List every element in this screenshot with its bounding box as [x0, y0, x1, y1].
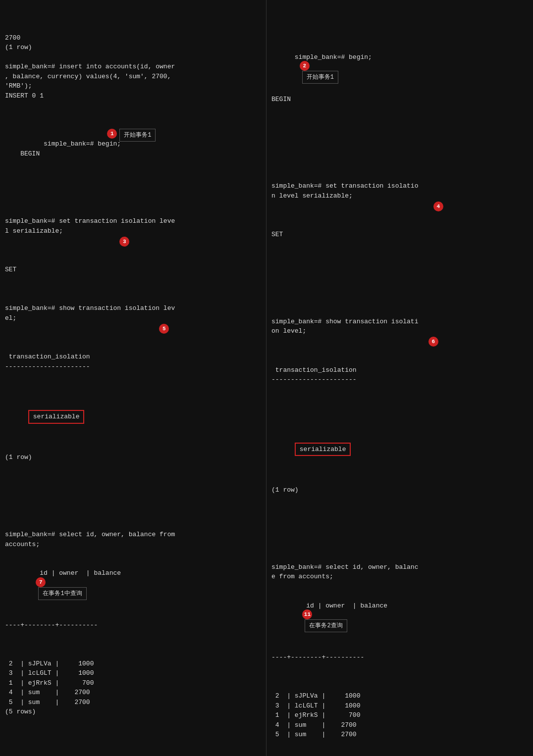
right-panel: simple_bank=# begin; 2 开始事务1 BEGIN simpl… — [266, 0, 533, 756]
annotation-2: 开始事务1 — [302, 71, 338, 84]
badge-4: 4 — [433, 202, 443, 211]
transaction-isolation-label-1: transaction_isolation ------------------… — [5, 352, 261, 371]
badge-3: 3 — [119, 237, 129, 247]
begin-result-2: BEGIN — [271, 95, 528, 104]
begin-section-2: simple_bank=# begin; 2 开始事务1 BEGIN — [271, 43, 528, 123]
table-header-1: id | owner | balance 7 在事务1中查询 — [5, 569, 125, 609]
set-isolation-1: simple_bank=# set transaction isolation … — [5, 216, 261, 236]
badge-5: 5 — [159, 324, 169, 334]
table-rows-1: 2 | sJPLVa | 1000 3 | lcLGLT | 1000 1 | … — [5, 649, 261, 726]
annotation-7: 在事务1中查询 — [38, 587, 86, 600]
serializable-value-1: serializable — [28, 410, 85, 424]
badge-11: 11 — [302, 609, 312, 619]
table-rows-2: 2 | sJPLVa | 1000 3 | lcLGLT | 1000 1 | … — [271, 682, 528, 740]
serializable-value-2: serializable — [295, 443, 351, 456]
show-isolation-2: simple_bank=# show transaction isolati o… — [271, 298, 528, 404]
show-isolation-1: simple_bank=# show transaction isolation… — [5, 303, 261, 323]
select-cmd-2: simple_bank=# select id, owner, balanc e… — [271, 562, 528, 582]
table-header-2: id | owner | balance 11 在事务2查询 — [271, 602, 391, 642]
table-divider-2: ----+--------+---------- — [271, 653, 528, 662]
serializable-box-1: serializable — [5, 401, 261, 434]
badge-6: 6 — [428, 337, 438, 347]
col-header-2: id | owner | balance — [302, 602, 391, 609]
transaction-isolation-label-2: transaction_isolation ------------------… — [271, 365, 528, 385]
badge-7: 7 — [36, 577, 46, 587]
select-section-2: simple_bank=# select id, owner, balanc e… — [271, 543, 528, 756]
select-cmd-1: simple_bank=# select id, owner, balance … — [5, 530, 261, 549]
left-panel: 2700 (1 row) simple_bank=# insert into a… — [0, 0, 266, 756]
badge-1: 1 — [107, 129, 117, 139]
one-row-1: (1 row) — [5, 453, 261, 472]
annotation-11: 在事务2查询 — [305, 619, 347, 632]
begin-cmd-2: simple_bank=# begin; — [295, 53, 372, 61]
show-cmd-2: simple_bank=# show transaction isolati o… — [271, 317, 528, 336]
set-result-2: SET — [271, 230, 528, 240]
set-isolation-2: simple_bank=# set transaction isolatio n… — [271, 162, 528, 259]
set-result-1: SET — [5, 265, 261, 275]
begin-cmd-1: simple_bank=# begin; BEGIN — [20, 140, 121, 157]
select-section-1: simple_bank=# select id, owner, balance … — [5, 510, 261, 746]
col-header-1: id | owner | balance — [36, 569, 124, 577]
annotation-1: 开始事务1 — [119, 129, 156, 142]
badge-2: 2 — [300, 61, 310, 71]
set-isolation-cmd-2: simple_bank=# set transaction isolatio n… — [271, 181, 528, 201]
one-row-2: (1 row) — [271, 485, 528, 504]
begin-section-1: simple_bank=# begin; BEGIN 1 开始事务1 — [20, 130, 121, 198]
table-divider-1: ----+--------+---------- — [5, 620, 261, 630]
serializable-box-2: serializable — [271, 433, 528, 466]
left-top-output: 2700 (1 row) simple_bank=# insert into a… — [5, 33, 261, 101]
main-container: 2700 (1 row) simple_bank=# insert into a… — [0, 0, 533, 756]
